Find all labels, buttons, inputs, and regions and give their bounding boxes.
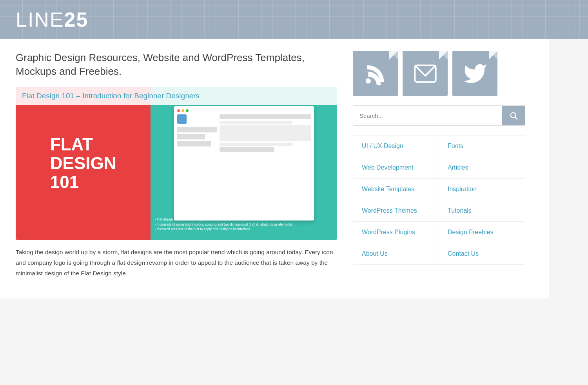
sidebar-block	[177, 141, 211, 146]
svg-point-0	[365, 78, 370, 83]
search-button[interactable]	[502, 106, 525, 125]
rss-icon-button[interactable]	[353, 51, 398, 96]
content-block	[220, 114, 310, 119]
bullet-item: Microsoft was one of the first to apply …	[154, 227, 333, 232]
nav-link-articles[interactable]: Articles	[439, 157, 525, 179]
nav-link-web-dev[interactable]: Web Development	[353, 157, 439, 179]
rss-icon	[363, 61, 388, 86]
bullet-item: Flat design is a minimalistic approach t…	[154, 217, 333, 222]
sidebar: UI / UX DesignFontsWeb DevelopmentArticl…	[353, 51, 525, 287]
nav-links: UI / UX DesignFontsWeb DevelopmentArticl…	[353, 135, 525, 265]
nav-link-wp-plugins[interactable]: WordPress Plugins	[353, 222, 439, 243]
article-bullets: Flat design is a minimalistic approach t…	[154, 217, 333, 232]
dot-green	[186, 109, 189, 112]
content-block	[220, 121, 292, 124]
article-image: FLATDESIGN101	[16, 87, 337, 240]
search-box	[353, 105, 525, 126]
nav-link-contact[interactable]: Contact Us	[439, 243, 525, 264]
email-icon	[413, 61, 438, 86]
featured-article: FLATDESIGN101	[16, 87, 337, 278]
email-icon-button[interactable]	[403, 51, 448, 96]
site-tagline: Graphic Design Resources, Website and Wo…	[16, 51, 337, 78]
content-block	[220, 125, 310, 141]
nav-link-inspiration[interactable]: Inspiration	[439, 179, 525, 200]
dot-yellow	[181, 109, 184, 112]
logo-bold: 25	[64, 8, 89, 31]
nav-link-wp-themes[interactable]: WordPress Themes	[353, 200, 439, 222]
browser-mockup	[174, 106, 314, 221]
article-title-overlay[interactable]: Flat Design 101 – Introduction for Begin…	[16, 87, 337, 105]
search-icon	[509, 111, 518, 120]
logo-text: LINE	[16, 8, 64, 31]
browser-sidebar-panel	[177, 114, 217, 215]
image-right-panel: Flat design is a minimalistic approach t…	[151, 87, 337, 240]
social-icons	[353, 51, 525, 96]
twitter-icon-button[interactable]	[452, 51, 497, 96]
article-image-wrapper: FLATDESIGN101	[16, 87, 337, 240]
sidebar-block	[177, 134, 205, 139]
article-title-link[interactable]: Flat Design 101 – Introduction for Begin…	[22, 92, 200, 100]
browser-main-panel	[220, 114, 310, 215]
browser-bar	[177, 109, 311, 112]
sidebar-icon	[177, 114, 187, 124]
main-layout: Graphic Design Resources, Website and Wo…	[0, 39, 549, 298]
arrow-decoration	[143, 155, 151, 171]
sidebar-block	[177, 127, 217, 132]
site-logo[interactable]: LINE25	[16, 8, 572, 31]
image-left-panel: FLATDESIGN101	[16, 87, 151, 240]
article-excerpt: Taking the design world up by a storm, f…	[16, 247, 337, 278]
content-block	[220, 143, 292, 146]
image-left-text: FLATDESIGN101	[50, 135, 116, 192]
nav-link-tutorials[interactable]: Tutorials	[439, 200, 525, 222]
search-input[interactable]	[353, 106, 502, 125]
nav-link-design-freebies[interactable]: Design Freebies	[439, 222, 525, 243]
nav-link-about[interactable]: About Us	[353, 243, 439, 264]
twitter-icon	[463, 61, 488, 86]
nav-link-ui-ux[interactable]: UI / UX Design	[353, 136, 439, 157]
nav-link-fonts[interactable]: Fonts	[439, 136, 525, 157]
content-block	[220, 147, 274, 152]
site-header: LINE25	[0, 0, 588, 39]
bullet-item: It consists of using bright colors, spac…	[154, 222, 333, 227]
main-content: Graphic Design Resources, Website and Wo…	[16, 51, 337, 287]
nav-link-website-templates[interactable]: Website Templates	[353, 179, 439, 200]
browser-content	[177, 114, 311, 215]
dot-red	[177, 109, 180, 112]
svg-line-3	[515, 117, 517, 119]
